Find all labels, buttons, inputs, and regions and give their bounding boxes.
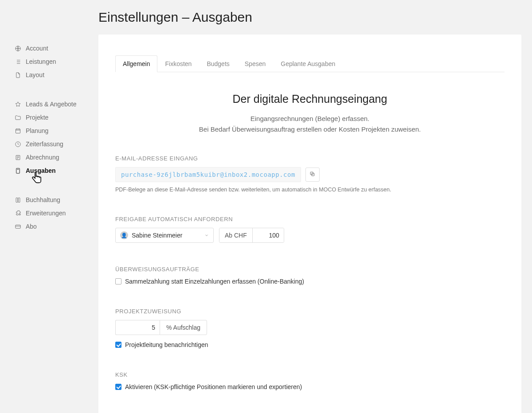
sidebar-item-label: Abo — [26, 223, 37, 230]
tabs: Allgemein Fixkosten Budgets Spesen Gepla… — [115, 35, 505, 72]
chevron-down-icon — [204, 232, 209, 239]
sidebar-item-abo[interactable]: Abo — [0, 220, 98, 233]
sidebar-item-zeiterfassung[interactable]: Zeiterfassung — [0, 137, 98, 151]
section-label-ksk: KSK — [115, 371, 505, 378]
section-ksk: KSK Aktivieren (KSK-pflichtige Positione… — [115, 371, 505, 390]
clock-icon — [14, 140, 21, 148]
hero: Der digitale Rechnungseingang Eingangsre… — [115, 93, 505, 135]
batch-payment-checkbox[interactable] — [115, 278, 121, 284]
sidebar-item-label: Account — [26, 45, 48, 52]
section-label-project: PROJEKTZUWEISUNG — [115, 308, 505, 315]
approver-name: Sabine Steinmeier — [132, 232, 182, 239]
markup-suffix: % Aufschlag — [160, 320, 207, 335]
threshold-input[interactable] — [253, 228, 284, 242]
svg-rect-6 — [18, 198, 20, 202]
section-transfer: ÜBERWEISUNGSAUFTRÄGE Sammelzahlung statt… — [115, 266, 505, 285]
inbound-email-address: purchase-9z6jlbrbam5kuibr@inbox2.mocoapp… — [115, 167, 301, 182]
cursor-hand-icon — [31, 172, 43, 187]
approver-select[interactable]: 👤 Sabine Steinmeier — [115, 228, 214, 243]
sidebar-item-abrechnung[interactable]: Abrechnung — [0, 151, 98, 164]
hero-line1: Eingangsrechnungen (Belege) erfassen. — [115, 113, 505, 124]
invoice-icon — [14, 154, 21, 161]
sidebar-item-label: Buchhaltung — [26, 196, 60, 203]
svg-rect-1 — [16, 129, 20, 133]
sidebar-item-ausgaben[interactable]: Ausgaben — [0, 164, 98, 177]
ksk-label: Aktivieren (KSK-pflichtige Positionen ma… — [125, 383, 302, 390]
folder-icon — [14, 114, 21, 121]
sidebar-item-account[interactable]: Account — [0, 42, 98, 55]
sidebar-item-leads[interactable]: Leads & Angebote — [0, 97, 98, 111]
puzzle-icon — [14, 210, 21, 217]
sidebar-item-leistungen[interactable]: Leistungen — [0, 55, 98, 68]
sidebar-item-label: Projekte — [26, 114, 48, 121]
section-label-approval: FREIGABE AUTOMATISCH ANFORDERN — [115, 216, 505, 222]
book-icon — [14, 196, 21, 203]
svg-rect-4 — [16, 168, 20, 173]
panel: Allgemein Fixkosten Budgets Spesen Gepla… — [98, 35, 521, 413]
svg-rect-5 — [16, 198, 18, 202]
calculator-icon — [14, 167, 21, 174]
section-label-email: E-MAIL-ADRESSE EINGANG — [115, 155, 505, 162]
section-approval: FREIGABE AUTOMATISCH ANFORDERN 👤 Sabine … — [115, 216, 505, 243]
sidebar-item-label: Leads & Angebote — [26, 101, 76, 108]
notify-pm-label: Projektleitung benachrichtigen — [125, 341, 208, 348]
email-help-text: PDF-Belege an diese E-Mail-Adresse sende… — [115, 187, 505, 193]
tab-fixkosten[interactable]: Fixkosten — [157, 55, 199, 72]
page-title: Einstellungen – Ausgaben — [98, 10, 521, 25]
markup-input[interactable] — [115, 320, 160, 335]
threshold-prefix: Ab CHF — [219, 228, 253, 242]
tab-geplante-ausgaben[interactable]: Geplante Ausgaben — [273, 55, 343, 72]
list-icon — [14, 58, 21, 65]
tab-spesen[interactable]: Spesen — [237, 55, 273, 72]
sidebar-item-erweiterungen[interactable]: Erweiterungen — [0, 206, 98, 220]
sidebar-item-planung[interactable]: Planung — [0, 124, 98, 137]
avatar: 👤 — [120, 231, 128, 239]
batch-payment-label: Sammelzahlung statt Einzelzahlungen erfa… — [125, 278, 304, 285]
sidebar-item-label: Erweiterungen — [26, 210, 66, 217]
sidebar-item-label: Layout — [26, 71, 44, 78]
sidebar-item-label: Zeiterfassung — [26, 140, 63, 148]
tab-allgemein[interactable]: Allgemein — [115, 55, 157, 72]
svg-rect-7 — [15, 225, 20, 228]
threshold-group: Ab CHF — [219, 228, 284, 243]
section-email: E-MAIL-ADRESSE EINGANG purchase-9z6jlbrb… — [115, 155, 505, 193]
notify-pm-checkbox[interactable] — [115, 342, 121, 348]
main: Einstellungen – Ausgaben Allgemein Fixko… — [98, 0, 532, 413]
section-project: PROJEKTZUWEISUNG % Aufschlag Projektleit… — [115, 308, 505, 348]
sidebar-item-label: Ausgaben — [26, 167, 56, 174]
sidebar-item-buchhaltung[interactable]: Buchhaltung — [0, 193, 98, 206]
tab-budgets[interactable]: Budgets — [199, 55, 237, 72]
sidebar-item-label: Abrechnung — [26, 154, 59, 161]
hero-title: Der digitale Rechnungseingang — [115, 93, 505, 105]
sidebar: Account Leistungen Layout Leads & Angebo… — [0, 0, 98, 413]
section-label-transfer: ÜBERWEISUNGSAUFTRÄGE — [115, 266, 505, 273]
calendar-icon — [14, 127, 21, 134]
sidebar-item-layout[interactable]: Layout — [0, 68, 98, 82]
ksk-checkbox[interactable] — [115, 384, 121, 390]
credit-card-icon — [14, 223, 21, 230]
copy-email-button[interactable] — [305, 168, 320, 182]
sidebar-item-label: Leistungen — [26, 58, 56, 65]
star-icon — [14, 101, 21, 108]
sidebar-item-label: Planung — [26, 127, 48, 134]
globe-icon — [14, 45, 21, 52]
hero-line2: Bei Bedarf Überweisungsauftrag erstellen… — [115, 124, 505, 135]
copy-icon — [309, 171, 315, 178]
file-icon — [14, 71, 21, 78]
sidebar-item-projekte[interactable]: Projekte — [0, 111, 98, 124]
